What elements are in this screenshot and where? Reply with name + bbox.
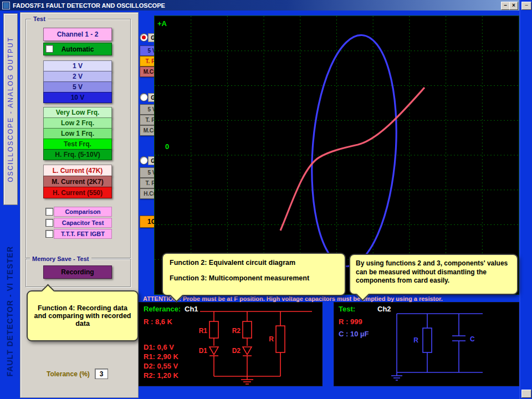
freq-low2-button[interactable]: Low 2 Frq. bbox=[43, 117, 112, 129]
automatic-button[interactable]: Automatic bbox=[43, 43, 112, 55]
capacitor-test-checkbox[interactable] bbox=[45, 219, 53, 227]
gr2-radio[interactable] bbox=[140, 93, 148, 101]
freq-very-low-button[interactable]: Very Low Frq. bbox=[43, 107, 112, 118]
scope-zero-label: 0 bbox=[165, 142, 169, 151]
function4-callout: Function 4: Recording data and comparing… bbox=[27, 290, 139, 341]
app-icon bbox=[2, 2, 10, 9]
voltage-1v-button[interactable]: 1 V bbox=[43, 60, 112, 71]
circuit-c-label: C bbox=[470, 335, 475, 343]
window-title: FADOS7F1 FAULT DETECTOR AND OSCILLOSCOPE bbox=[13, 2, 165, 9]
circuit-d2-label: D2 bbox=[232, 347, 241, 355]
vi-curve-scurve bbox=[280, 88, 424, 231]
function2-text: Function 2: Equivalent circuit diagram bbox=[170, 259, 338, 267]
ttt-fet-igbt-checkbox[interactable] bbox=[45, 230, 53, 238]
outer-resize-grip[interactable] bbox=[521, 390, 531, 398]
circuit-r2-label: R2 bbox=[232, 327, 241, 335]
usage-callout: By using functions 2 and 3, components' … bbox=[349, 254, 518, 295]
tab-oscilloscope-label: OSCILLOSCOPE - ANALOG OUTPUT bbox=[7, 37, 14, 182]
automatic-checkbox[interactable] bbox=[45, 45, 53, 53]
voltage-5v-button[interactable]: 5 V bbox=[43, 81, 112, 93]
test-result-panel: Test: Ch2 R : 999 C : 10 µF R C bbox=[334, 302, 519, 386]
tab-fault-detector-label: FAULT DETECTOR - VI TESTER bbox=[6, 246, 14, 377]
capacitor-test-label: Capacitor Test bbox=[54, 218, 112, 228]
vi-curve-ellipse bbox=[305, 32, 404, 269]
freq-low1-button[interactable]: Low 1 Frq. bbox=[43, 128, 112, 139]
current-high-button[interactable]: H. Current (550) bbox=[43, 187, 112, 198]
freq-test-button[interactable]: Test Frq. bbox=[43, 139, 112, 150]
tab-fault-detector-vi-tester[interactable]: FAULT DETECTOR - VI TESTER bbox=[3, 231, 17, 392]
reference-panel: Referance: Ch1 R : 8,6 K D1: 0,6 V R1: 2… bbox=[139, 302, 323, 386]
circuit-r-label: R bbox=[413, 336, 418, 344]
title-bar[interactable]: FADOS7F1 FAULT DETECTOR AND OSCILLOSCOPE… bbox=[0, 0, 519, 11]
gr1-radio[interactable] bbox=[140, 33, 148, 42]
tolerance-label: Tolerance (%) bbox=[47, 370, 90, 378]
ttt-fet-igbt-label: T.T.T. FET IGBT bbox=[54, 229, 112, 239]
reference-circuit-diagram: R1 R2 R D1 D2 bbox=[139, 303, 322, 386]
comparison-label: Comparison bbox=[54, 207, 112, 217]
usage-callout-text: By using functions 2 and 3, components' … bbox=[356, 259, 508, 284]
voltage-2v-button[interactable]: 2 V bbox=[43, 71, 112, 82]
test-group-title: Test bbox=[31, 16, 48, 22]
circuit-r-label: R bbox=[269, 335, 274, 343]
functions23-callout: Function 2: Equivalent circuit diagram F… bbox=[162, 253, 346, 296]
comparison-checkbox[interactable] bbox=[45, 208, 53, 216]
current-low-button[interactable]: L. Current (47K) bbox=[43, 165, 112, 176]
window-right-edge bbox=[519, 0, 520, 399]
function4-callout-text: Function 4: Recording data and comparing… bbox=[31, 304, 134, 328]
minimize-button[interactable]: – bbox=[501, 2, 510, 10]
outer-minimize-button[interactable]: – bbox=[521, 2, 531, 10]
close-button[interactable]: × bbox=[509, 2, 518, 10]
voltage-10v-button[interactable]: 10 V bbox=[43, 92, 112, 103]
tolerance-input[interactable] bbox=[95, 369, 108, 379]
function3-text: Function 3: Multicomponent measurement bbox=[170, 274, 338, 282]
channel-1-2-button[interactable]: Channel 1 - 2 bbox=[43, 28, 112, 41]
test-circuit-diagram: R C bbox=[334, 303, 519, 386]
circuit-d1-label: D1 bbox=[199, 347, 208, 355]
probe-warning-text: ATTENTION : Probe must be at F position.… bbox=[143, 295, 518, 302]
recording-button[interactable]: Recording bbox=[43, 265, 112, 279]
freq-high-button[interactable]: H. Frq. (5-10V) bbox=[43, 149, 112, 160]
tab-oscilloscope-analog-output[interactable]: OSCILLOSCOPE - ANALOG OUTPUT bbox=[3, 13, 18, 205]
memory-save-group-title: Memory Save - Test bbox=[30, 255, 91, 262]
app-window: FADOS7F1 FAULT DETECTOR AND OSCILLOSCOPE… bbox=[0, 0, 532, 399]
scope-plus-a-label: +A bbox=[157, 19, 167, 28]
circuit-r1-label: R1 bbox=[199, 327, 208, 335]
gr3-radio[interactable] bbox=[140, 156, 148, 165]
current-medium-button[interactable]: M. Current (2K7) bbox=[43, 176, 112, 187]
